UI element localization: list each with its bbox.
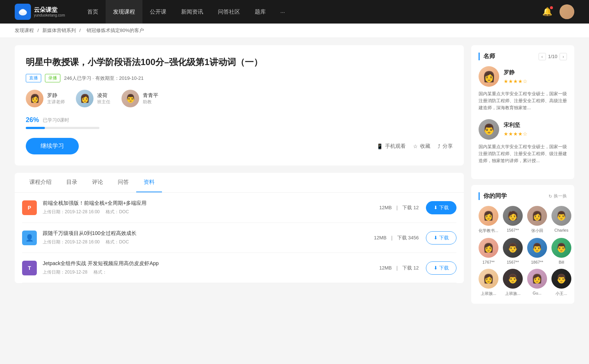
download-button-1[interactable]: ⬇ 下载: [426, 201, 456, 214]
classmate-9[interactable]: 👩 上班族...: [479, 269, 498, 296]
breadcrumb-sep2: /: [79, 28, 82, 33]
notification-bell-icon[interactable]: 🔔: [542, 7, 552, 17]
logo-icon: [15, 4, 31, 20]
progress-section: 26% 已学习0课时: [26, 116, 453, 129]
teacher-role-2: 班主任: [97, 99, 110, 105]
classmate-8[interactable]: 👨 Bill: [551, 238, 571, 264]
tab-review[interactable]: 评论: [85, 173, 110, 192]
tab-material[interactable]: 资料: [136, 173, 162, 192]
classmates-grid: 👩 化学教书... 🧑 1567** 👩 张小田 👨 Charles 👩: [479, 206, 567, 296]
teacher-2: 👩 凌荷 班主任: [76, 90, 110, 107]
teacher-profile-details-1: 罗静 ★★★★☆: [504, 69, 528, 84]
classmate-avatar-10: 👨: [503, 269, 523, 289]
mobile-label: 手机观看: [385, 143, 406, 150]
share-label: 分享: [442, 143, 453, 150]
file-stats-2: 12MB ｜ 下载 3456: [374, 235, 419, 241]
course-title: 明星中教授课，小学阶段语法100分–强化级第1讲动词（一）: [26, 56, 453, 68]
classmate-avatar-1: 👩: [479, 206, 498, 226]
nav-quiz[interactable]: 题库: [247, 0, 273, 24]
classmate-avatar-3: 👩: [527, 206, 547, 226]
progress-header: 26% 已学习0课时: [26, 116, 453, 124]
download-button-3[interactable]: ⬇ 下载: [426, 261, 456, 275]
teacher-profile-1: 👩 罗静 ★★★★☆ 国内某重点大学安全工程专业硕士，国家一级注册消防工程师、注…: [479, 66, 567, 112]
teacher-profile-top-1: 👩 罗静 ★★★★☆: [479, 66, 567, 87]
file-meta-2: 上传日期：2019-12-28 16:00 格式：DOC: [43, 239, 374, 245]
tag-live: 直播: [26, 74, 41, 82]
pagination-prev[interactable]: ‹: [539, 53, 546, 60]
teacher-profile-desc-2: 国内某重点大学安全工程专业硕士，国家一级注册消防工程师、注册安全工程师、级注册建…: [479, 143, 567, 165]
nav-open[interactable]: 公开课: [142, 0, 174, 24]
refresh-button[interactable]: ↻ 换一换: [549, 193, 567, 199]
content-left: 明星中教授课，小学阶段语法100分–强化级第1讲动词（一） 直播 录播 246人…: [15, 45, 464, 310]
classmate-10[interactable]: 👨 上班族...: [503, 269, 523, 296]
file-size-3: 12MB: [379, 265, 392, 271]
course-card: 明星中教授课，小学阶段语法100分–强化级第1讲动词（一） 直播 录播 246人…: [15, 45, 464, 165]
teachers-card-header: 名师 ‹ 1/10 ›: [479, 53, 567, 60]
collect-icon: ☆: [413, 143, 418, 149]
tab-qa[interactable]: 问答: [110, 173, 136, 192]
nav-more[interactable]: ···: [273, 0, 293, 24]
continue-button[interactable]: 继续学习: [26, 138, 79, 154]
classmate-5[interactable]: 👩 1767**: [479, 238, 498, 264]
course-meta: 246人已学习 · 有效期至：2019-10-21: [64, 75, 144, 82]
collect-label: 收藏: [420, 143, 430, 150]
classmate-2[interactable]: 🧑 1567**: [503, 206, 523, 233]
file-meta-3: 上传日期：2019-12-28 格式：: [43, 269, 379, 275]
collect-button[interactable]: ☆ 收藏: [413, 143, 430, 150]
file-name-1: 前端全栈加强版！前端全栈+全周期+多端应用: [43, 200, 379, 207]
classmate-1[interactable]: 👩 化学教书...: [479, 206, 498, 233]
classmate-name-4: Charles: [554, 228, 568, 232]
classmate-name-10: 上班族...: [505, 291, 521, 296]
classmate-name-11: Gu...: [533, 291, 542, 295]
pagination-next[interactable]: ›: [560, 53, 567, 60]
avatar-image: [560, 4, 574, 19]
svg-point-2: [21, 9, 25, 11]
file-list: P 前端全栈加强版！前端全栈+全周期+多端应用 上传日期：2019-12-28 …: [15, 193, 464, 283]
classmate-6[interactable]: 👨 1567**: [503, 238, 523, 264]
file-item-2: 👤 跟随千万级项目从0到100全过程高效成长 上传日期：2019-12-28 1…: [22, 223, 456, 253]
nav-home[interactable]: 首页: [80, 0, 106, 24]
file-downloads-1: 下载 12: [402, 204, 419, 211]
classmate-avatar-2: 🧑: [503, 206, 523, 226]
share-button[interactable]: ⤴ 分享: [438, 143, 453, 150]
refresh-icon: ↻: [549, 194, 552, 199]
tab-intro[interactable]: 课程介绍: [22, 173, 59, 192]
classmate-7[interactable]: 👨 1867**: [527, 238, 547, 264]
classmate-avatar-6: 👨: [503, 238, 523, 258]
teacher-profile-avatar-1: 👩: [479, 66, 499, 87]
notification-dot: [550, 6, 553, 9]
tab-catalog[interactable]: 目录: [59, 173, 85, 192]
file-size-1: 12MB: [379, 205, 392, 210]
user-avatar[interactable]: [560, 4, 574, 19]
file-info-1: 前端全栈加强版！前端全栈+全周期+多端应用 上传日期：2019-12-28 16…: [43, 200, 379, 215]
nav-news[interactable]: 新闻资讯: [174, 0, 211, 24]
breadcrumb-sep1: /: [38, 28, 40, 33]
classmate-4[interactable]: 👨 Charles: [551, 206, 571, 233]
nav-discover[interactable]: 发现课程: [106, 0, 142, 24]
teacher-name-2: 凌荷: [97, 92, 110, 99]
mobile-view-button[interactable]: 📱 手机观看: [377, 143, 406, 150]
file-downloads-2: 下载 3456: [397, 235, 419, 241]
classmate-avatar-4: 👨: [551, 206, 571, 226]
classmate-3[interactable]: 👩 张小田: [527, 206, 547, 233]
classmate-11[interactable]: 👩 Gu...: [527, 269, 547, 296]
main-container: 明星中教授课，小学阶段语法100分–强化级第1讲动词（一） 直播 录播 246人…: [0, 38, 589, 317]
classmate-name-12: 小王...: [556, 291, 567, 296]
teacher-stars-1: ★★★★☆: [504, 78, 528, 84]
classmate-avatar-12: 👨: [551, 269, 571, 289]
classmate-12[interactable]: 👨 小王...: [551, 269, 571, 296]
file-item-3: T Jetpack全组件实战 开发短视频应用高仿皮皮虾App 上传日期：2019…: [22, 253, 456, 283]
nav-qa[interactable]: 问答社区: [211, 0, 247, 24]
logo[interactable]: 云朵课堂 yunduoketang.com: [15, 4, 65, 20]
tag-record: 录播: [45, 74, 60, 82]
breadcrumb-series[interactable]: 新媒体营销系列: [42, 28, 76, 33]
download-button-2[interactable]: ⬇ 下载: [426, 231, 456, 245]
teachers-pagination: ‹ 1/10 ›: [539, 53, 567, 60]
teacher-info-3: 青青平 助教: [143, 92, 158, 105]
teacher-profile-name-1: 罗静: [504, 69, 528, 76]
refresh-label: 换一换: [554, 193, 567, 199]
breadcrumb: 发现课程 / 新媒体营销系列 / 销冠修炼术搞定80%的客户: [0, 24, 589, 38]
breadcrumb-discover[interactable]: 发现课程: [15, 28, 34, 33]
file-meta-1: 上传日期：2019-12-28 16:00 格式：DOC: [43, 209, 379, 215]
classmate-avatar-7: 👨: [527, 238, 547, 258]
